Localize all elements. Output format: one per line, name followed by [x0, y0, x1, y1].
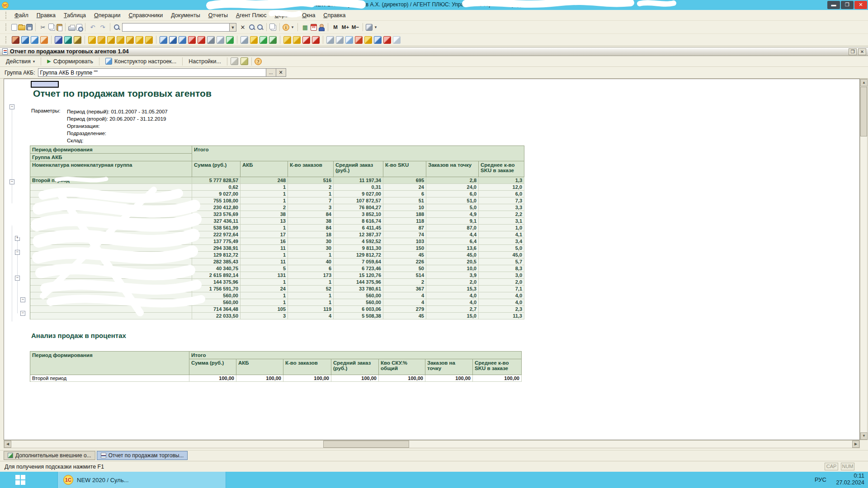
value-cell[interactable]: 2 615 892,14: [192, 272, 241, 279]
value-cell[interactable]: 103: [383, 238, 426, 245]
restore-settings-icon[interactable]: [231, 57, 238, 65]
flag-document-icon[interactable]: [383, 36, 391, 44]
value-cell[interactable]: 100,00: [425, 375, 473, 382]
memory-recall-button[interactable]: M: [331, 23, 340, 32]
menu-item-Отчеты[interactable]: Отчеты: [204, 11, 232, 20]
document-export-icon[interactable]: [217, 36, 224, 44]
value-cell[interactable]: 1: [288, 252, 334, 258]
value-cell[interactable]: 40 340,75: [192, 265, 241, 272]
help-icon[interactable]: ?: [255, 58, 262, 65]
calculator-icon[interactable]: ▦: [301, 23, 310, 32]
window-tab-1[interactable]: Дополнительные внешние о...: [4, 451, 95, 460]
value-cell[interactable]: 2,3: [479, 306, 524, 313]
table-row[interactable]: 137 775,4916304 592,521036,43,4: [30, 238, 524, 245]
document-mark-icon[interactable]: [312, 36, 320, 44]
agent-sales-icon-5[interactable]: [126, 36, 134, 44]
value-cell[interactable]: 7: [288, 197, 334, 204]
value-cell[interactable]: 11,3: [479, 313, 524, 319]
value-cell[interactable]: 2,0: [426, 279, 479, 286]
scroll-up-button[interactable]: ▲: [860, 79, 868, 86]
row-name-cell[interactable]: [30, 286, 192, 292]
value-cell[interactable]: 45: [383, 313, 426, 319]
address-book-icon[interactable]: [12, 36, 19, 44]
value-cell[interactable]: 1: [241, 197, 288, 204]
agent-sales-icon-4[interactable]: [117, 36, 124, 44]
value-cell[interactable]: 129 812,72: [334, 252, 383, 258]
value-cell[interactable]: 6,0: [426, 191, 479, 197]
menu-item-Операции[interactable]: Операции: [90, 11, 124, 20]
toolbar-grip[interactable]: [5, 23, 8, 31]
value-cell[interactable]: 38: [241, 211, 288, 218]
value-cell[interactable]: 4,4: [426, 231, 479, 238]
table-row[interactable]: 294 338,9111309 811,3015013,65,0: [30, 245, 524, 252]
value-cell[interactable]: 2,0: [479, 279, 524, 286]
value-cell[interactable]: 5,7: [479, 258, 524, 265]
exchange-refresh-icon[interactable]: [207, 36, 215, 44]
open-document-icon[interactable]: [18, 25, 25, 30]
value-cell[interactable]: 16: [241, 238, 288, 245]
value-cell[interactable]: 6 411,45: [334, 225, 383, 231]
payments-icon[interactable]: [250, 36, 258, 44]
value-cell[interactable]: 4: [383, 299, 426, 306]
value-cell[interactable]: 1,3: [479, 177, 524, 184]
value-cell[interactable]: 4 592,52: [334, 238, 383, 245]
taskbar-clock[interactable]: 0:11 27.02.2024: [836, 473, 864, 486]
value-cell[interactable]: 6,4: [426, 238, 479, 245]
value-cell[interactable]: 5 777 828,57: [192, 177, 241, 184]
menu-item-Правка[interactable]: Правка: [33, 11, 60, 20]
table-row[interactable]: 323 576,6938843 852,101884,92,2: [30, 211, 524, 218]
value-cell[interactable]: 3,3: [479, 204, 524, 211]
value-cell[interactable]: 9 811,30: [334, 245, 383, 252]
header-cell[interactable]: Среднее к-во SKU в заказе: [479, 161, 524, 177]
toolbar-grip[interactable]: [5, 36, 8, 43]
print-icon[interactable]: [68, 26, 75, 31]
header-cell[interactable]: Сумма (руб.): [192, 161, 241, 177]
row-name-cell[interactable]: [30, 313, 192, 319]
row-name-cell[interactable]: [30, 279, 192, 286]
new-document-icon[interactable]: [11, 24, 17, 31]
value-cell[interactable]: 7,3: [479, 197, 524, 204]
cut-icon[interactable]: ✂: [38, 23, 47, 32]
value-cell[interactable]: 4,0: [426, 299, 479, 306]
value-cell[interactable]: 30: [288, 238, 334, 245]
value-cell[interactable]: 1: [288, 191, 334, 197]
value-cell[interactable]: 9,1: [426, 218, 479, 225]
paste-icon[interactable]: [57, 24, 62, 31]
table-row[interactable]: 560,0011560,0044,04,0: [30, 299, 524, 306]
value-cell[interactable]: 15,3: [426, 286, 479, 292]
value-cell[interactable]: 6: [288, 265, 334, 272]
copy-icon[interactable]: [48, 23, 54, 29]
order-confirm-icon[interactable]: [169, 36, 177, 44]
value-cell[interactable]: 87: [383, 225, 426, 231]
value-cell[interactable]: 20,5: [426, 258, 479, 265]
value-cell[interactable]: 8,3: [479, 265, 524, 272]
start-button[interactable]: [0, 472, 41, 488]
collapse-group-toggle[interactable]: −: [15, 250, 20, 255]
value-cell[interactable]: 323 576,69: [192, 211, 241, 218]
language-indicator[interactable]: РУС: [815, 476, 826, 483]
row-name-cell[interactable]: [30, 191, 192, 197]
value-cell[interactable]: 3,0: [479, 272, 524, 279]
value-cell[interactable]: 6 003,06: [334, 306, 383, 313]
value-cell[interactable]: 100,00: [473, 375, 522, 382]
row-name-cell[interactable]: [30, 184, 192, 191]
merchandising-icon-2[interactable]: [198, 36, 205, 44]
settings-button[interactable]: Настройки...: [185, 57, 224, 66]
scroll-down-button[interactable]: ▼: [860, 432, 868, 440]
value-cell[interactable]: 3: [288, 204, 334, 211]
save-icon[interactable]: [26, 24, 33, 30]
collapse-group-toggle[interactable]: −: [20, 297, 25, 302]
value-cell[interactable]: 188: [383, 211, 426, 218]
value-cell[interactable]: 131: [241, 272, 288, 279]
memory-add-button[interactable]: M+: [341, 23, 350, 32]
value-cell[interactable]: 144 375,96: [192, 279, 241, 286]
table-row[interactable]: 230 412,802376 804,27105,03,3: [30, 204, 524, 211]
toolbar-grip[interactable]: [5, 12, 8, 19]
value-cell[interactable]: 10,0: [426, 265, 479, 272]
value-cell[interactable]: 6: [383, 191, 426, 197]
send-document-icon[interactable]: [374, 36, 382, 44]
menu-item-Таблица[interactable]: Таблица: [60, 11, 90, 20]
value-cell[interactable]: 5: [241, 265, 288, 272]
table-row[interactable]: 282 385,4311407 059,6422620,55,7: [30, 258, 524, 265]
value-cell[interactable]: 100,00: [331, 375, 379, 382]
